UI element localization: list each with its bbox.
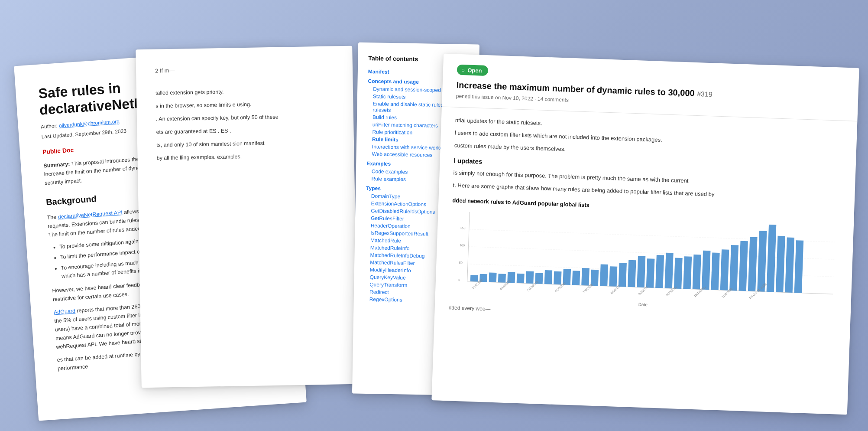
svg-rect-39 (785, 237, 794, 293)
github-body: ntial updates for the static rulesets. l… (434, 107, 857, 341)
svg-rect-8 (498, 274, 506, 283)
svg-text:50: 50 (459, 261, 463, 264)
svg-rect-36 (757, 231, 767, 292)
adguard-link[interactable]: AdGuard (53, 308, 75, 315)
svg-rect-37 (767, 225, 777, 292)
svg-rect-22 (628, 260, 636, 287)
svg-rect-23 (637, 256, 645, 287)
svg-rect-26 (665, 253, 674, 289)
page-number: 2 If m— (155, 63, 334, 75)
svg-rect-13 (544, 270, 552, 284)
svg-rect-33 (729, 245, 738, 291)
svg-rect-11 (526, 271, 534, 284)
svg-rect-19 (600, 264, 608, 286)
svg-rect-10 (517, 274, 525, 284)
svg-text:150: 150 (460, 226, 465, 229)
author-link[interactable]: oliverdunk@chromium.org (59, 118, 120, 129)
svg-rect-16 (572, 271, 580, 285)
svg-rect-34 (739, 241, 748, 291)
svg-rect-21 (619, 263, 627, 287)
middle-document: 2 If m— talled extension gets priority. … (136, 46, 358, 388)
svg-rect-25 (655, 255, 664, 288)
svg-rect-18 (591, 270, 599, 286)
es-link[interactable]: ES (221, 128, 228, 134)
sion-link[interactable]: sion (233, 140, 243, 147)
github-issue-card: Open Increase the maximum number of dyna… (431, 53, 859, 415)
svg-rect-40 (794, 240, 804, 293)
mid-para1: talled extension gets priority. (155, 85, 334, 97)
examples-link[interactable]: examples (217, 153, 240, 160)
svg-rect-30 (702, 251, 710, 290)
svg-rect-7 (489, 272, 497, 282)
mid-para6: by all the lling examples. examples. (156, 150, 335, 162)
svg-rect-20 (609, 266, 617, 287)
chart-area: 3/18/2022 4/15/2022 5/13/2022 6/10/2022 … (449, 207, 840, 307)
issue-number: #319 (697, 90, 713, 98)
svg-rect-24 (646, 258, 655, 288)
svg-rect-35 (748, 237, 758, 291)
svg-rect-29 (693, 255, 701, 290)
svg-rect-31 (711, 252, 719, 290)
mid-para3: . An extension can specify key, but only… (156, 111, 334, 123)
chart-container: dded network rules to AdGuard popular gl… (448, 197, 840, 325)
mid-para2: s in the browser, so some limits e using… (155, 98, 334, 110)
svg-rect-27 (674, 258, 683, 289)
mid-para4: ets are guaranteed at ES . ES . (156, 124, 334, 136)
dnr-api-link[interactable]: declarativeNetRequest API (58, 209, 123, 220)
svg-rect-17 (581, 268, 589, 286)
svg-rect-28 (683, 256, 692, 289)
svg-rect-14 (554, 271, 561, 285)
bar-chart: 3/18/2022 4/15/2022 5/13/2022 6/10/2022 … (449, 207, 840, 307)
svg-text:100: 100 (460, 244, 465, 247)
svg-text:0: 0 (458, 278, 460, 281)
svg-rect-38 (776, 236, 785, 293)
svg-rect-32 (720, 249, 729, 291)
svg-rect-5 (470, 275, 478, 282)
open-badge: Open (457, 65, 488, 76)
mid-para5: ts, and only 10 of sion manifest sion ma… (156, 137, 335, 149)
